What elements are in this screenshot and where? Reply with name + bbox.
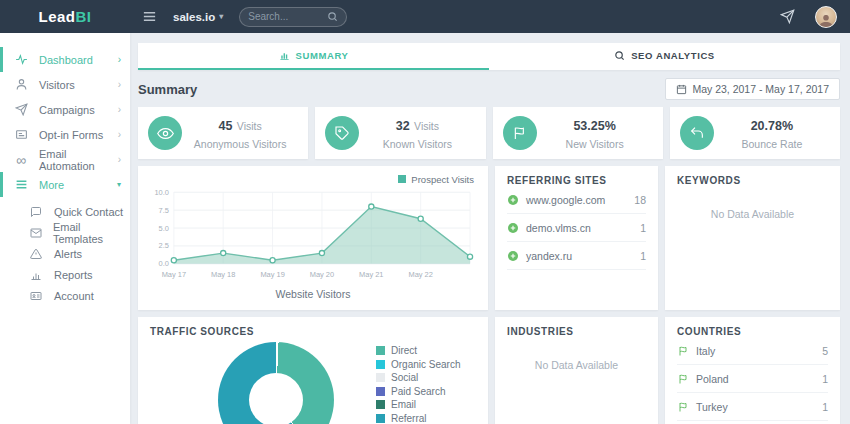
legend-label: Direct <box>391 345 417 356</box>
sidebar-item-dashboard[interactable]: Dashboard › <box>0 47 130 72</box>
search-input[interactable] <box>248 11 327 22</box>
user-avatar[interactable] <box>815 6 837 28</box>
stat-text: 45 Visits Anonymous Visitors <box>182 113 298 153</box>
donut-hole <box>249 373 303 424</box>
sidebar-item-opt-in-forms[interactable]: Opt-in Forms › <box>0 122 130 147</box>
legend-swatch <box>376 414 385 423</box>
search-icon <box>614 50 625 61</box>
person-icon <box>3 78 39 91</box>
legend-label: Organic Search <box>391 359 460 370</box>
legend-item: Direct <box>376 344 465 358</box>
search-box[interactable] <box>239 7 347 27</box>
country-row: Italy 5 <box>677 337 828 365</box>
bar-chart-icon <box>30 269 54 281</box>
sidebar-item-label: Opt-in Forms <box>39 129 118 141</box>
stat-value: 32 <box>396 119 410 133</box>
site-count: 1 <box>640 222 646 234</box>
flag-icon <box>677 373 689 385</box>
page-header: Summary May 23, 2017 - May 17, 2017 <box>138 78 840 100</box>
svg-text:10.0: 10.0 <box>154 188 168 197</box>
industries-panel: INDUSTRIES No Data Available <box>495 317 658 424</box>
legend-swatch <box>398 175 406 183</box>
tab-label: SUMMARY <box>296 50 349 61</box>
referring-site-row: demo.vlms.cn 1 <box>507 214 646 242</box>
no-data-message: No Data Available <box>507 359 646 371</box>
tag-icon <box>325 116 359 150</box>
referring-sites-panel: REFERRING SITES www.google.com 18 demo.v… <box>495 166 658 310</box>
sidebar-item-more[interactable]: More ▾ <box>0 172 130 197</box>
top-bar: LeadBI sales.io ▾ <box>0 0 850 33</box>
sidebar-item-account[interactable]: Account <box>0 285 130 306</box>
main-content: SUMMARY SEO ANALYTICS Summary May 23, 20… <box>130 33 850 424</box>
sidebar-item-label: Account <box>54 290 94 302</box>
website-visitors-panel: Prospect Visits 0.02.55.07.510.0May 17Ma… <box>138 166 488 310</box>
stat-text: 32 Visits Known Visitors <box>359 113 475 153</box>
sidebar-item-label: Email Templates <box>53 221 130 245</box>
visitors-chart-svg: 0.02.55.07.510.0May 17May 18May 19May 20… <box>148 186 476 282</box>
legend-item: Paid Search <box>376 385 465 399</box>
chevron-right-icon: › <box>118 79 121 90</box>
sidebar-item-email-automation[interactable]: ∞ Email Automation › <box>0 147 130 172</box>
stat-card-new-visitors: 53.25% New Visitors <box>493 107 663 159</box>
sidebar-item-label: Quick Contact <box>54 206 123 218</box>
workspace-name: sales.io <box>173 11 215 23</box>
chevron-right-icon: › <box>118 129 121 140</box>
sidebar-item-reports[interactable]: Reports <box>0 264 130 285</box>
panel-title: KEYWORDS <box>677 175 828 186</box>
flag-icon <box>503 116 537 150</box>
eye-icon <box>148 116 182 150</box>
tab-seo-analytics[interactable]: SEO ANALYTICS <box>489 43 840 70</box>
send-icon[interactable] <box>780 9 795 24</box>
page-title: Summary <box>138 82 197 97</box>
stat-label: Anonymous Visitors <box>182 137 298 153</box>
sidebar-item-quick-contact[interactable]: Quick Contact <box>0 201 130 222</box>
legend-item: Organic Search <box>376 358 465 372</box>
legend-swatch <box>376 360 385 369</box>
calendar-icon <box>676 84 687 95</box>
sidebar-item-label: Campaigns <box>39 104 118 116</box>
chart-legend: Prospect Visits <box>148 172 478 186</box>
stat-label: New Visitors <box>537 137 653 153</box>
date-range-text: May 23, 2017 - May 17, 2017 <box>692 83 829 95</box>
donut-legend: Direct Organic Search Social Paid Search… <box>376 344 465 424</box>
plus-circle-icon <box>507 250 519 262</box>
svg-text:May 17: May 17 <box>162 270 186 279</box>
site-name: demo.vlms.cn <box>526 222 633 234</box>
svg-text:May 20: May 20 <box>310 270 334 279</box>
sidebar-item-label: Dashboard <box>39 54 118 66</box>
stat-card-known-visitors: 32 Visits Known Visitors <box>315 107 485 159</box>
activity-icon <box>3 53 39 66</box>
sidebar-item-alerts[interactable]: Alerts <box>0 243 130 264</box>
app-logo: LeadBI <box>0 8 130 25</box>
stat-value: 45 <box>218 119 232 133</box>
logo-text-lead: Lead <box>38 8 75 25</box>
panel-title: INDUSTRIES <box>507 326 646 337</box>
sidebar-item-email-templates[interactable]: Email Templates <box>0 222 130 243</box>
no-data-message: No Data Available <box>677 208 828 220</box>
menu-toggle-icon[interactable] <box>142 9 157 24</box>
envelope-icon <box>30 227 53 239</box>
search-icon <box>327 11 338 22</box>
svg-text:May 21: May 21 <box>359 270 383 279</box>
sidebar-item-label: Alerts <box>54 248 82 260</box>
svg-text:0.0: 0.0 <box>159 259 169 268</box>
svg-text:5.0: 5.0 <box>159 224 169 233</box>
svg-text:7.5: 7.5 <box>159 206 169 215</box>
chart-title: Website Visitors <box>148 288 478 300</box>
tab-summary[interactable]: SUMMARY <box>138 43 489 70</box>
sidebar-item-visitors[interactable]: Visitors › <box>0 72 130 97</box>
sidebar-item-label: Reports <box>54 269 93 281</box>
workspace-selector[interactable]: sales.io ▾ <box>173 11 223 23</box>
legend-swatch <box>376 400 385 409</box>
site-name: www.google.com <box>526 194 627 206</box>
sidebar-item-campaigns[interactable]: Campaigns › <box>0 97 130 122</box>
keywords-panel: KEYWORDS No Data Available <box>665 166 840 310</box>
id-card-icon <box>30 290 54 302</box>
panel-title: REFERRING SITES <box>507 175 646 186</box>
date-range-picker[interactable]: May 23, 2017 - May 17, 2017 <box>665 78 840 100</box>
stat-card-bounce-rate: 20.78% Bounce Rate <box>670 107 840 159</box>
legend-swatch <box>376 346 385 355</box>
infinity-icon: ∞ <box>3 155 39 165</box>
stat-label: Bounce Rate <box>714 137 830 153</box>
site-count: 18 <box>634 194 646 206</box>
